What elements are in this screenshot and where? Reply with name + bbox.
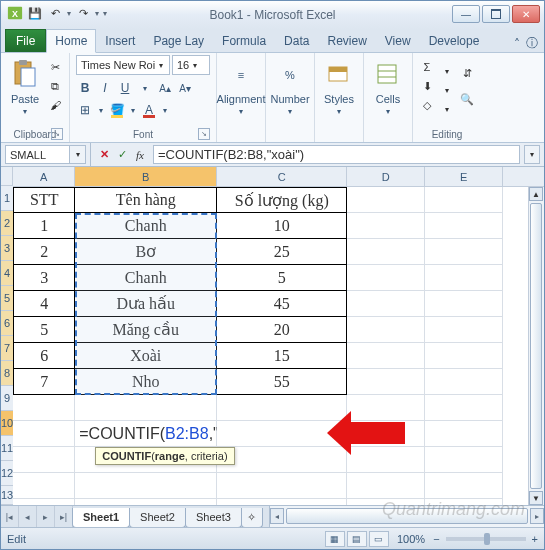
- next-sheet-icon[interactable]: ▸: [37, 506, 55, 527]
- cell[interactable]: [217, 499, 347, 505]
- scroll-up-icon[interactable]: ▲: [529, 187, 543, 201]
- cell[interactable]: [13, 421, 75, 447]
- paste-button[interactable]: Paste ▾: [7, 55, 43, 116]
- scroll-down-icon[interactable]: ▼: [529, 491, 543, 505]
- prev-sheet-icon[interactable]: ◂: [19, 506, 37, 527]
- number-button[interactable]: %Number▾: [272, 55, 308, 116]
- cell[interactable]: [75, 499, 217, 505]
- cell[interactable]: [13, 395, 75, 421]
- cell[interactable]: [347, 317, 425, 343]
- clipboard-launcher-icon[interactable]: ↘: [51, 128, 63, 140]
- row-header[interactable]: 10: [1, 411, 13, 436]
- cell[interactable]: Nho: [75, 369, 217, 395]
- cell[interactable]: [425, 421, 503, 447]
- find-select-icon[interactable]: 🔍: [459, 91, 475, 107]
- italic-button[interactable]: I: [96, 79, 114, 97]
- cell[interactable]: 15: [217, 343, 347, 369]
- cell[interactable]: [425, 447, 503, 473]
- cut-icon[interactable]: ✂: [47, 59, 63, 75]
- copy-icon[interactable]: ⧉: [47, 78, 63, 94]
- horizontal-scrollbar[interactable]: ◂ ▸: [269, 506, 544, 527]
- cell[interactable]: [347, 343, 425, 369]
- border-icon[interactable]: ⊞: [76, 101, 94, 119]
- zoom-slider[interactable]: [446, 537, 526, 541]
- cell[interactable]: 4: [13, 291, 75, 317]
- row-header[interactable]: 13: [1, 486, 13, 505]
- font-name-combo[interactable]: Times New Roi▾: [76, 55, 170, 75]
- cell[interactable]: [347, 473, 425, 499]
- row-header[interactable]: 4: [1, 261, 13, 286]
- active-cell[interactable]: =COUNTIF(B2:B8,"xoài"): [75, 421, 217, 447]
- cancel-formula-icon[interactable]: ✕: [95, 146, 113, 164]
- cell[interactable]: [425, 291, 503, 317]
- row-header[interactable]: 12: [1, 461, 13, 486]
- normal-view-icon[interactable]: ▦: [325, 531, 345, 547]
- tab-review[interactable]: Review: [318, 29, 375, 52]
- sheet-tab[interactable]: Sheet1: [72, 508, 130, 528]
- page-break-view-icon[interactable]: ▭: [369, 531, 389, 547]
- minimize-button[interactable]: —: [452, 5, 480, 23]
- ribbon-minimize-icon[interactable]: ˄: [514, 37, 520, 51]
- font-launcher-icon[interactable]: ↘: [198, 128, 210, 140]
- cell[interactable]: STT: [13, 187, 75, 213]
- cell[interactable]: [425, 317, 503, 343]
- shrink-font-icon[interactable]: A▾: [176, 79, 194, 97]
- cell[interactable]: 10: [217, 213, 347, 239]
- cell[interactable]: Số lượng (kg): [217, 187, 347, 213]
- undo-icon[interactable]: ↶: [47, 5, 63, 21]
- zoom-out-icon[interactable]: −: [433, 533, 439, 545]
- col-header[interactable]: C: [217, 167, 347, 186]
- last-sheet-icon[interactable]: ▸|: [55, 506, 73, 527]
- cell[interactable]: [425, 213, 503, 239]
- bold-button[interactable]: B: [76, 79, 94, 97]
- cell[interactable]: [347, 369, 425, 395]
- row-header[interactable]: 9: [1, 386, 13, 411]
- cell[interactable]: 5: [13, 317, 75, 343]
- tab-view[interactable]: View: [376, 29, 420, 52]
- cell[interactable]: [347, 213, 425, 239]
- autosum-icon[interactable]: Σ: [419, 59, 435, 75]
- cell[interactable]: 1: [13, 213, 75, 239]
- cell[interactable]: 7: [13, 369, 75, 395]
- cell[interactable]: [425, 395, 503, 421]
- close-button[interactable]: ✕: [512, 5, 540, 23]
- col-header[interactable]: D: [347, 167, 425, 186]
- grow-font-icon[interactable]: A▴: [156, 79, 174, 97]
- cell[interactable]: [425, 499, 503, 505]
- enter-formula-icon[interactable]: ✓: [113, 146, 131, 164]
- cell[interactable]: Bơ: [75, 239, 217, 265]
- cell[interactable]: 2: [13, 239, 75, 265]
- tab-formulas[interactable]: Formula: [213, 29, 275, 52]
- cell[interactable]: [75, 473, 217, 499]
- scroll-right-icon[interactable]: ▸: [530, 508, 544, 524]
- cell[interactable]: [347, 239, 425, 265]
- cell[interactable]: 25: [217, 239, 347, 265]
- col-header[interactable]: E: [425, 167, 503, 186]
- cell[interactable]: Chanh: [75, 213, 217, 239]
- cell[interactable]: 20: [217, 317, 347, 343]
- qat-customize-icon[interactable]: ▾: [103, 9, 107, 18]
- name-box[interactable]: SMALL: [5, 145, 70, 164]
- row-header[interactable]: 5: [1, 286, 13, 311]
- tab-insert[interactable]: Insert: [96, 29, 144, 52]
- row-header[interactable]: 11: [1, 436, 13, 461]
- font-size-combo[interactable]: 16▾: [172, 55, 210, 75]
- insert-function-icon[interactable]: fx: [131, 146, 149, 164]
- redo-icon[interactable]: ↷: [75, 5, 91, 21]
- cell[interactable]: [347, 265, 425, 291]
- cell[interactable]: Dưa hấu: [75, 291, 217, 317]
- cell[interactable]: [425, 239, 503, 265]
- clear-icon[interactable]: ◇: [419, 97, 435, 113]
- scroll-thumb[interactable]: [530, 203, 542, 489]
- cell[interactable]: Xoài: [75, 343, 217, 369]
- tab-developer[interactable]: Develope: [420, 29, 489, 52]
- styles-button[interactable]: Styles▾: [321, 55, 357, 116]
- sort-filter-icon[interactable]: ⇵: [459, 65, 475, 81]
- alignment-button[interactable]: ≡Alignment▾: [223, 55, 259, 116]
- cell[interactable]: Măng cầu: [75, 317, 217, 343]
- col-header[interactable]: A: [13, 167, 75, 186]
- zoom-in-icon[interactable]: +: [532, 533, 538, 545]
- col-header[interactable]: B: [75, 167, 217, 186]
- help-icon[interactable]: ⓘ: [526, 35, 538, 52]
- cell[interactable]: 3: [13, 265, 75, 291]
